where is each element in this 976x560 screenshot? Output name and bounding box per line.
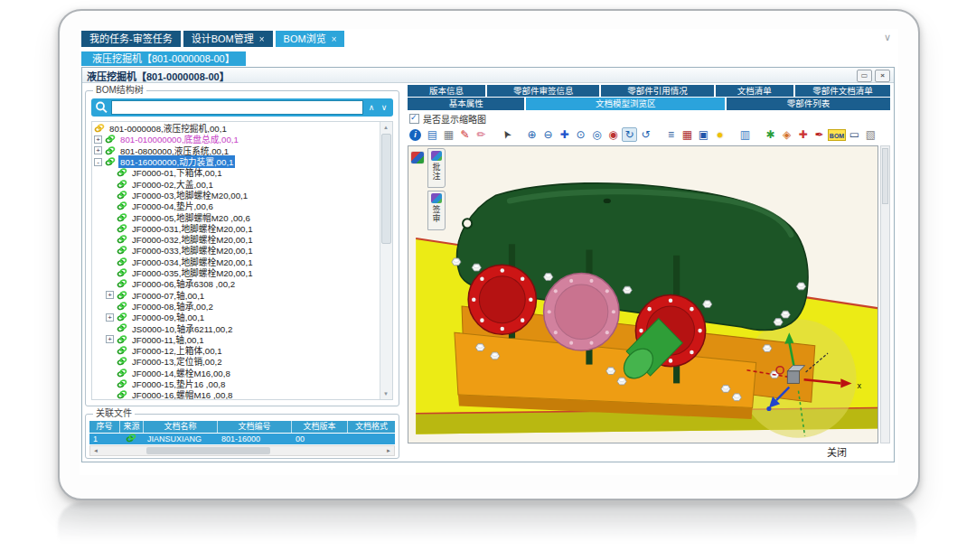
tree-node[interactable]: JF0000-06,轴承6308 ,00,2 [92,278,380,289]
tree-node[interactable]: JF0000-04,垫片,00,6 [92,201,380,211]
fit-window-icon[interactable]: ✚ [557,127,572,142]
more-tools-icon[interactable]: ▧ [863,127,878,142]
zoom-dynamic-icon[interactable]: ⊙ [573,127,588,142]
tree-node[interactable]: 801-0000008,液压挖掘机,00,1 [92,123,380,134]
tree-node[interactable]: JF0000-14,螺栓M16,00,8 [92,368,380,378]
right-panel-scrollbar[interactable] [880,145,890,443]
column-header: 序号 [89,421,120,433]
material-icon[interactable]: ◈ [779,127,794,142]
thumbnail-checkbox[interactable] [409,114,419,124]
close-link[interactable]: 关闭 [827,444,847,459]
tab-close-icon[interactable]: × [332,34,337,44]
tree-node[interactable]: + JF0000-07,轴,00,1 [92,289,380,300]
scroll-left-icon[interactable]: ◄ [90,448,101,453]
expand-icon[interactable]: + [106,313,114,322]
right-scrollbar-thumb[interactable] [882,148,888,204]
zoom-region-icon[interactable]: ◎ [589,127,605,142]
tree-node[interactable]: JF0000-033,地脚螺栓M20,00,1 [92,245,380,256]
annotate-pen-icon[interactable]: ✎ [457,127,473,142]
link-icon [117,323,127,332]
bom-icon[interactable]: BOM [828,129,846,141]
rotate-view-icon[interactable]: ↻ [622,127,637,142]
model-3d-view[interactable]: x [408,146,877,443]
explode-icon[interactable]: ≡ [663,127,679,142]
coordinate-icon[interactable]: ✚ [795,127,811,142]
preview-doc-icon[interactable]: ▤ [425,127,440,142]
scroll-down-icon[interactable]: ▼ [380,388,391,399]
select-cursor-icon[interactable]: ➤ [496,125,516,145]
tree-node[interactable]: JS0000-10,轴承6211,00,2 [92,322,380,333]
document-tab[interactable]: 液压挖掘机【801-0000008-00】 [81,51,246,66]
expand-icon[interactable]: + [106,335,114,343]
tree-node[interactable]: JF0000-08,轴承,00,2 [92,301,380,312]
tree-node[interactable]: JF0000-032,地脚螺栓M20,00,1 [92,234,380,245]
scroll-right-icon[interactable]: ► [383,448,394,453]
pan-view-icon[interactable]: ↺ [638,127,653,142]
perspective-icon[interactable]: ▣ [696,127,711,142]
zoom-out-icon[interactable]: ⊖ [540,127,556,142]
link-icon [117,291,127,300]
hscrollbar-thumb[interactable] [146,447,270,454]
expand-icon[interactable]: + [94,146,102,154]
table-hscrollbar[interactable]: ◄ ► [89,445,395,456]
render-mode-icon[interactable]: ✱ [763,127,778,142]
minimize-button[interactable]: ▭ [857,70,872,82]
main-tab-2[interactable]: BOM浏览× [276,31,345,47]
detail-tab2-0[interactable]: 基本属性 [408,98,524,110]
detail-tab-4[interactable]: 零部件文档清单 [795,85,890,97]
detail-tab2-1[interactable]: 文档模型浏览区 [526,98,725,110]
annotate-brush-icon[interactable]: ✏ [474,127,489,142]
close-button[interactable]: × [875,70,890,82]
section-icon[interactable]: ▦ [680,127,695,142]
tree-scrollbar[interactable]: ▲ ▼ [380,122,392,399]
fullscreen-icon[interactable]: ▭ [847,127,862,142]
tree-node[interactable]: + JF0000-09,轴,00,1 [92,312,380,322]
tree-node[interactable]: JF0000-13,定位销,00,2 [92,356,380,367]
expand-icon[interactable]: + [94,135,102,144]
tree-node[interactable]: JF0000-05,地脚螺帽M20 ,00,6 [92,211,380,222]
bom-search-input[interactable] [111,100,363,115]
tree-node[interactable]: JF0000-031,地脚螺栓M20,00,1 [92,223,380,234]
chevron-down-icon[interactable]: ∨ [884,32,891,43]
dialog-body: BOM结构树 ∧ ∨ [82,83,894,462]
tree-node[interactable]: JF0000-12,上箱体,00,1 [92,345,380,356]
tree-node[interactable]: JF0000-03,地脚螺栓M20,00,1 [92,190,380,201]
collapse-icon[interactable]: - [94,158,102,166]
tree-node[interactable]: JF0000-035,地脚螺栓M20,00,1 [92,267,380,278]
viewer-side-tab-1[interactable]: 签审 [427,191,446,230]
detail-tab-3[interactable]: 文档清单 [716,85,793,97]
viewer-side-tab-0[interactable]: 批注 [427,148,446,188]
search-prev-button[interactable]: ∧ [365,103,378,112]
tree-node[interactable]: JF0000-01,下箱体,00,1 [92,167,380,178]
tree-node[interactable]: + JF0000-11,轴,00,1 [92,334,380,345]
scroll-up-icon[interactable]: ▲ [380,122,391,133]
light-icon[interactable]: ● [712,127,727,142]
expand-icon[interactable]: + [106,291,114,299]
rotate-center-icon[interactable]: ◉ [605,127,621,142]
window-buttons: ▭× [854,69,890,82]
scrollbar-thumb[interactable] [381,134,391,244]
detail-tab-2[interactable]: 零部件引用情况 [601,85,713,97]
snapshot-icon[interactable]: ▥ [737,127,753,142]
measure-icon[interactable]: ✒ [812,127,827,142]
tab-close-icon[interactable]: × [259,34,265,44]
tree-node[interactable]: + 801-010000000,底盘总成,00,1 [92,134,380,145]
zoom-in-icon[interactable]: ⊕ [524,127,540,142]
detail-tab-1[interactable]: 零部件审签信息 [487,85,599,97]
detail-tab-0[interactable]: 版本信息 [408,85,485,97]
table-row[interactable]: 1 JIANSUXIANG801-1600000 [89,434,395,444]
info-icon[interactable]: i [409,129,421,141]
tree-node[interactable]: JF0000-02,大盖,00,1 [92,178,380,189]
tree-node[interactable]: - 801-16000000,动力装置,00,1 [92,156,380,167]
tree-node[interactable]: JF0000-16,螺帽M16 ,00,8 [92,389,380,399]
print-icon[interactable]: ▦ [441,127,456,142]
search-next-button[interactable]: ∨ [378,103,390,112]
detail-tab2-2[interactable]: 零部件列表 [727,98,890,110]
viewer-palette-icon[interactable] [411,152,424,163]
link-icon [117,313,127,322]
main-tab-0[interactable]: 我的任务-审签任务 [81,31,181,47]
main-tab-1[interactable]: 设计BOM管理× [183,31,273,47]
tree-node[interactable]: JF0000-15,垫片16 ,00,8 [92,378,380,389]
tree-node[interactable]: + 801-0800000,液压系统,00,1 [92,145,380,156]
tree-node[interactable]: JF0000-034,地脚螺栓M20,00,1 [92,257,380,267]
